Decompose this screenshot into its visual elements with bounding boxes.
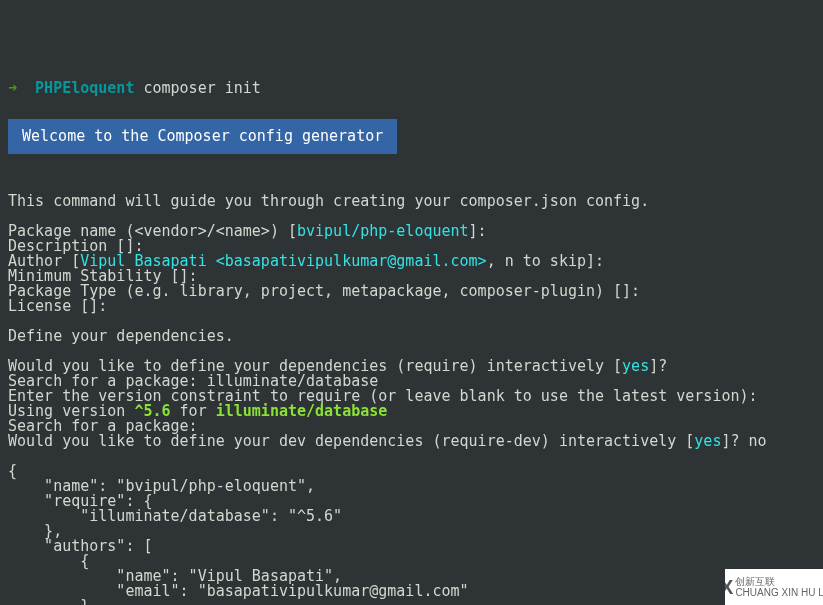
logo-cx-icon: CX [725,577,735,597]
prompt-arrow: ➜ [8,79,17,97]
package-name-default: bvipul/php-eloquent [297,222,469,240]
author-label-post: , n to skip]: [487,252,604,270]
define-deps-text: Define your dependencies. [8,327,234,345]
welcome-banner: Welcome to the Composer config generator [8,119,397,154]
command-text: composer init [143,79,260,97]
require-dev-question-pre: Would you like to define your dev depend… [8,432,694,450]
logo-text: 创新互联CHUANG XIN HU LIAN [735,576,823,598]
terminal-output: ➜ PHPEloquent composer init Welcome to t… [0,60,823,605]
require-question-post: ]? [649,357,667,375]
require-question-yes: yes [622,357,649,375]
generated-json-block: { "name": "bvipul/php-eloquent", "requir… [8,462,469,605]
intro-text: This command will guide you through crea… [8,192,649,210]
require-dev-question-yes: yes [694,432,721,450]
watermark-logo: CX 创新互联CHUANG XIN HU LIAN [725,569,823,605]
prompt-dir: PHPEloquent [35,79,134,97]
using-version-pkg: illuminate/database [216,402,388,420]
require-dev-question-post: ]? no [721,432,766,450]
package-name-label-post: ]: [469,222,487,240]
license-prompt: License []: [8,297,107,315]
